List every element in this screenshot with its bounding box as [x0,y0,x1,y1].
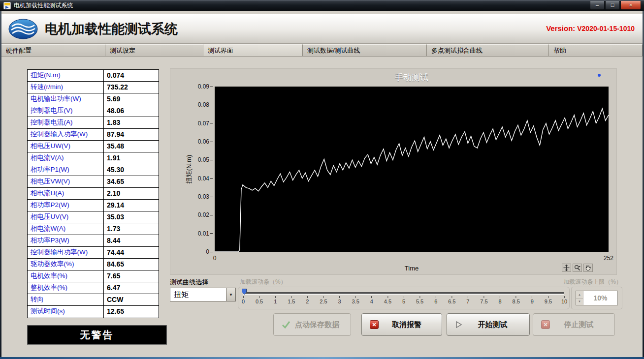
measurement-label: 电机效率(%) [28,270,104,282]
load-slider: 00.511.522.533.544.555.566.577.588.599.5… [238,287,570,309]
slider-tick: 6.5 [448,296,455,304]
table-row: 相电流V(A)1.91 [28,152,159,164]
app-window: 电机加载性能测试系统 – □ × 电机加载性能测试系统 Ve [0,0,644,359]
spin-down-icon[interactable]: ▼ [576,299,583,305]
tab-3[interactable]: 测试界面 [203,44,303,56]
move-crosshair-icon[interactable] [562,264,571,272]
y-tick: 0 [206,248,213,256]
close-button[interactable]: × [620,1,641,10]
table-row: 控制器电流(A)1.83 [28,117,159,129]
tab-label: 测试数据/测试曲线 [307,46,360,55]
table-row: 控制器电压(V)48.06 [28,105,159,117]
y-tick: 0.08 [198,101,213,109]
measurement-value: 12.65 [104,306,159,318]
curve-select-label: 测试曲线选择 [170,278,208,287]
slider-tick: 10 [561,296,567,304]
slider-tick: 2.5 [320,296,327,304]
zoom-magnifier-icon[interactable] [573,264,582,272]
slider-tick: 8.5 [513,296,520,304]
chevron-down-icon[interactable]: ▼ [226,288,235,301]
measurement-value: 1.91 [104,152,159,164]
window-title: 电机加载性能测试系统 [14,1,590,10]
slider-thumb[interactable] [242,289,247,295]
start-test-button[interactable]: 开始测试 [447,313,530,336]
plot-legend-dot [598,74,601,77]
measurement-label: 相电流U(A) [28,188,104,199]
table-row: 控制器输入功率(W)87.94 [28,129,159,141]
window-controls: – □ × [590,1,641,10]
table-row: 相功率P3(W)8.44 [28,235,159,247]
tab-2[interactable]: 测试设定 [105,44,203,56]
measurement-label: 驱动器效率(%) [28,259,104,270]
warning-box: 无警告 [27,325,167,345]
slider-tick: 7.5 [480,296,487,304]
measurement-label: 相功率P3(W) [28,235,104,246]
measurement-label: 相功率P2(W) [28,200,104,211]
measurement-value: 87.94 [104,129,159,140]
button-label: 开始测试 [463,320,522,329]
tab-label: 硬件配置 [6,46,32,55]
table-row: 相电流W(A)1.73 [28,223,159,235]
tab-6[interactable]: 帮助 [549,44,643,56]
load-limit-spinbox[interactable]: ▲ ▼ 10% [576,291,618,305]
tab-label: 测试界面 [208,46,233,55]
x-axis-label: Time [215,265,609,272]
measurement-value: 45.30 [104,164,159,176]
table-row: 控制器输出功率(W)74.44 [28,247,159,259]
measurement-label: 相电流V(A) [28,152,104,164]
measurement-value: 7.65 [104,270,159,282]
pan-hand-icon[interactable] [583,264,593,272]
curve-select-dropdown[interactable]: 扭矩 ▼ [170,288,236,301]
measurement-value: 29.14 [104,200,159,211]
slider-tick: 8 [499,296,502,304]
slider-tick: 1 [274,296,277,304]
minimize-button[interactable]: – [590,1,605,10]
measurement-table: 扭矩(N.m)0.074转速(r/min)735.22电机输出功率(W)5.69… [27,69,159,318]
measurement-value: 6.47 [104,282,159,294]
table-row: 相电压UV(V)35.03 [28,211,159,223]
tab-1[interactable]: 硬件配置 [1,44,105,56]
slider-tick: 4 [370,296,373,304]
slider-tick: 6 [434,296,437,304]
version-value: V2020-01-15-1010 [577,25,635,32]
maximize-button[interactable]: □ [605,1,620,10]
tab-bar: 硬件配置测试设定测试界面测试数据/测试曲线多点测试拟合曲线帮助 [1,44,643,57]
slider-tick: 9.5 [545,296,552,304]
jog-save-data-button[interactable]: 点动保存数据 [273,313,351,336]
measurement-label: 相功率P1(W) [28,164,104,176]
chart-panel: 手动测试 扭矩(N.m) 00.010.020.030.040.050.060.… [170,68,617,275]
x-tick: 252 [604,255,613,262]
slider-tick: 3.5 [352,296,359,304]
button-label: 取消报警 [379,320,435,329]
stop-test-button[interactable]: ✕ 停止测试 [533,313,615,336]
tab-5[interactable]: 多点测试拟合曲线 [427,44,549,56]
measurement-label: 相电压VW(V) [28,176,104,187]
measurement-label: 相电压UV(V) [28,211,104,223]
slider-tick: 0.5 [256,296,263,304]
check-icon [282,321,290,329]
measurement-value: 34.65 [104,176,159,187]
app-icon [3,2,11,9]
tab-4[interactable]: 测试数据/测试曲线 [303,44,427,56]
table-row: 相电压VW(V)34.65 [28,176,159,188]
page-title: 电机加载性能测试系统 [45,20,178,38]
measurement-label: 控制器输入功率(W) [28,129,104,140]
slider-tick: 5.5 [416,296,423,304]
cancel-alarm-button[interactable]: ✕ 取消报警 [361,313,442,336]
table-row: 相功率P2(W)29.14 [28,200,159,211]
measurement-label: 测试时间(s) [28,306,104,318]
load-limit-control: ▲ ▼ 10% [571,287,622,309]
measurement-label: 相电流W(A) [28,223,104,235]
measurement-label: 电机输出功率(W) [28,93,104,105]
measurement-value: 5.69 [104,93,159,105]
measurement-value: 1.73 [104,223,159,235]
spin-arrows: ▲ ▼ [576,291,583,305]
spin-up-icon[interactable]: ▲ [576,291,583,299]
y-tick: 0.09 [198,83,213,90]
chart-title: 手动测试 [215,72,609,83]
warning-text: 无警告 [80,329,114,342]
x-axis-ticks: 0252 [215,255,609,262]
red-x-icon: ✕ [541,320,550,329]
slider-track[interactable] [243,292,564,295]
table-row: 电机效率(%)7.65 [28,270,159,282]
